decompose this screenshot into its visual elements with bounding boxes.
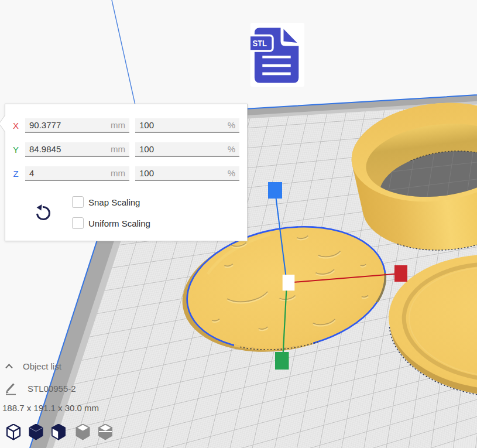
svg-text:STL: STL	[253, 39, 267, 48]
